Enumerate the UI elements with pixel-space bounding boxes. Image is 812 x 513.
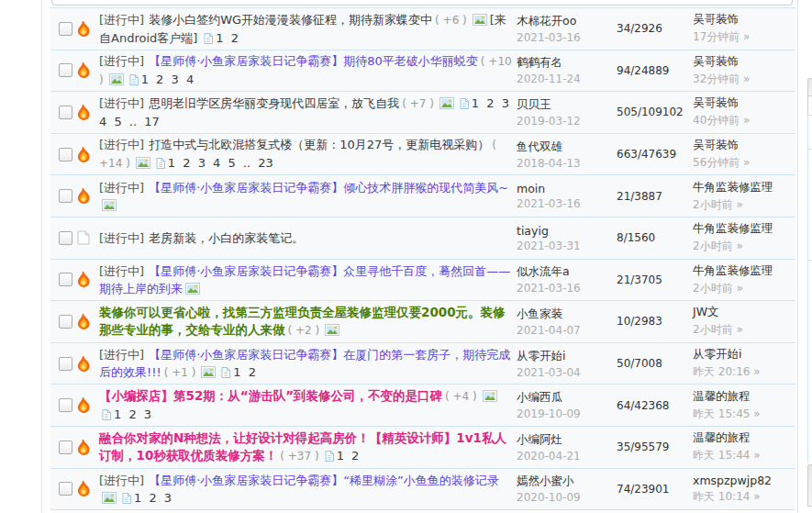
- last-reply-time[interactable]: 40分钟前 »: [693, 113, 795, 128]
- goto-last-reply-icon[interactable]: »: [743, 30, 750, 43]
- author-name[interactable]: 从零开始i: [517, 349, 612, 364]
- thread-checkbox[interactable]: [59, 231, 72, 245]
- thread-checkbox[interactable]: [59, 482, 72, 496]
- page-links[interactable]: 1 2 3: [134, 491, 172, 505]
- goto-last-reply-icon[interactable]: »: [753, 407, 760, 420]
- last-reply-user[interactable]: 温馨的旅程: [693, 430, 795, 446]
- goto-last-reply-icon[interactable]: »: [753, 365, 760, 378]
- page-links[interactable]: 1 2 3 4 5 .. 23: [168, 156, 273, 170]
- thread-checkbox[interactable]: [59, 357, 72, 371]
- last-reply-time-text[interactable]: 昨天 10:14: [693, 490, 750, 503]
- thread-title[interactable]: 【星师傅·小鱼家居家装日记争霸赛】期待80平老破小华丽蜕变: [149, 54, 478, 68]
- last-reply-time-text[interactable]: 2小时前: [693, 198, 733, 211]
- thread-checkbox[interactable]: [59, 63, 72, 77]
- last-reply-user[interactable]: 吴哥装饰: [693, 12, 795, 28]
- page-links[interactable]: 1 2: [337, 449, 360, 463]
- thread-title[interactable]: 老房新装，小白的家装笔记。: [149, 231, 304, 245]
- page-links[interactable]: 1 2 3: [114, 407, 151, 421]
- thread-title[interactable]: 【星师傅·小鱼家居家装日记争霸赛】“稀里糊涂”小鱼鱼的装修记录: [149, 474, 499, 487]
- thread-title[interactable]: 装修小白签约WG开始漫漫装修征程，期待新家蝶变中: [149, 13, 432, 27]
- last-reply-time-text[interactable]: 昨天 15:44: [693, 449, 750, 462]
- last-reply-time-text[interactable]: 昨天 20:16: [693, 365, 750, 378]
- author-name[interactable]: 贝贝王: [517, 97, 612, 113]
- last-reply-user[interactable]: 牛角监装修监理: [693, 221, 795, 237]
- last-reply-time-text[interactable]: 40分钟前: [693, 114, 740, 127]
- page-links[interactable]: 1 2: [216, 31, 239, 45]
- last-reply-user[interactable]: JW文: [693, 305, 795, 320]
- last-reply-time[interactable]: 昨天 15:45 »: [693, 407, 795, 422]
- flame-icon: [77, 105, 91, 120]
- goto-last-reply-icon[interactable]: »: [736, 282, 742, 295]
- last-reply-time-text[interactable]: 56分钟前: [693, 156, 740, 169]
- thread-title[interactable]: 【星师傅·小鱼家居家装日记争霸赛】倾心技术胖胖猴的现代简美风~: [149, 181, 508, 195]
- last-reply-time[interactable]: 2小时前 »: [693, 197, 795, 213]
- reply-view-count: 50/7008: [617, 357, 693, 370]
- author-name[interactable]: 似水流年a: [517, 264, 612, 280]
- goto-last-reply-icon[interactable]: »: [753, 490, 760, 503]
- thread-checkbox[interactable]: [59, 315, 72, 329]
- author-name[interactable]: 嫣然小蜜小: [517, 474, 612, 489]
- thread-checkbox[interactable]: [59, 273, 72, 286]
- thread-title[interactable]: 打造中式与北欧混搭复式楼（更新：10月27号，更新电视采购）: [149, 138, 489, 151]
- goto-last-reply-icon[interactable]: »: [736, 323, 742, 336]
- last-reply-time-text[interactable]: 2小时前: [693, 240, 733, 252]
- last-reply-user[interactable]: 从零开始i: [693, 347, 795, 362]
- pagination-icon: [122, 493, 131, 504]
- last-reply-time-text[interactable]: 32分钟前: [693, 72, 740, 85]
- last-reply-time[interactable]: 2小时前 »: [693, 281, 795, 296]
- checkbox-cell: [50, 175, 77, 217]
- thread-checkbox[interactable]: [59, 106, 72, 119]
- reply-view-count: 64/42368: [617, 399, 693, 412]
- last-reply-user[interactable]: xmspzpwjp82: [693, 474, 795, 487]
- thread-title[interactable]: 【星师傅·小鱼家居家装日记争霸赛】众里寻他千百度，蓦然回首——期待上岸的到来: [99, 264, 510, 296]
- last-reply-time[interactable]: 32分钟前 »: [693, 72, 795, 87]
- thread-checkbox[interactable]: [59, 189, 72, 203]
- thread-checkbox[interactable]: [59, 22, 72, 36]
- last-reply-time[interactable]: 2小时前 »: [693, 239, 795, 254]
- last-reply-time-text[interactable]: 17分钟前: [693, 30, 740, 43]
- last-reply-time[interactable]: 56分钟前 »: [693, 155, 795, 171]
- stats-cell: 64/42368: [612, 385, 693, 426]
- goto-last-reply-icon[interactable]: »: [743, 72, 750, 85]
- goto-last-reply-icon[interactable]: »: [736, 198, 742, 211]
- last-reply-time-text[interactable]: 2小时前: [693, 323, 733, 336]
- last-reply-user[interactable]: 吴哥装饰: [693, 138, 795, 153]
- last-reply-time-text[interactable]: 昨天 15:45: [693, 407, 750, 420]
- last-reply-user[interactable]: 吴哥装饰: [693, 95, 795, 111]
- last-reply-time-text[interactable]: 2小时前: [693, 282, 733, 295]
- goto-last-reply-icon[interactable]: »: [743, 114, 750, 127]
- last-reply-time[interactable]: 2小时前 »: [693, 322, 795, 338]
- author-name[interactable]: 鹤鹤有名: [517, 55, 612, 71]
- page-links[interactable]: 1 2: [233, 365, 256, 379]
- author-name[interactable]: 木棉花开oo: [517, 14, 612, 29]
- page-links[interactable]: 1 2 3 4: [141, 72, 194, 86]
- last-reply-time[interactable]: 昨天 15:44 »: [693, 448, 795, 463]
- goto-last-reply-icon[interactable]: »: [736, 240, 742, 252]
- thread-checkbox[interactable]: [59, 148, 72, 162]
- flame-icon: [77, 440, 91, 455]
- last-reply-user[interactable]: 牛角监装修监理: [693, 180, 795, 195]
- goto-last-reply-icon[interactable]: »: [753, 449, 760, 462]
- thread-title[interactable]: 思明老旧学区房华丽变身现代四居室，放飞自我: [149, 96, 399, 110]
- last-reply-time[interactable]: 昨天 20:16 »: [693, 364, 795, 380]
- author-name[interactable]: 小编阿灶: [517, 432, 612, 448]
- goto-last-reply-icon[interactable]: »: [743, 156, 750, 169]
- last-reply-user[interactable]: 吴哥装饰: [693, 54, 795, 70]
- title-cell: [进行中]【星师傅·小鱼家居家装日记争霸赛】众里寻他千百度，蓦然回首——期待上岸…: [99, 260, 512, 301]
- last-reply-user[interactable]: 牛角监装修监理: [693, 263, 795, 279]
- thread-row: [进行中]【星师傅·小鱼家居家装日记争霸赛】倾心技术胖胖猴的现代简美风~ moi…: [50, 175, 795, 217]
- author-name[interactable]: 鱼代双雄: [517, 139, 612, 155]
- author-name[interactable]: 小鱼家装: [517, 307, 612, 322]
- icon-cell: [77, 175, 99, 217]
- thread-checkbox[interactable]: [59, 441, 72, 454]
- author-name[interactable]: tiayig: [517, 224, 612, 238]
- last-reply-user[interactable]: 温馨的旅程: [693, 389, 795, 405]
- thread-title[interactable]: 【小编探店】第52期：从“游击队”到装修公司，不变的是口碑: [99, 388, 442, 403]
- thread-checkbox[interactable]: [59, 398, 72, 412]
- last-reply-time[interactable]: 17分钟前 »: [693, 29, 795, 45]
- author-name[interactable]: 小编西瓜: [517, 390, 612, 406]
- author-name[interactable]: moin: [517, 182, 612, 195]
- thread-title[interactable]: 【星师傅·小鱼家居家装日记争霸赛】在厦门的第一套房子，期待完成后的效果!!!: [99, 348, 510, 379]
- last-reply-time[interactable]: 昨天 10:14 »: [693, 489, 795, 505]
- lastpost-cell: 吴哥装饰 40分钟前 »: [693, 92, 795, 133]
